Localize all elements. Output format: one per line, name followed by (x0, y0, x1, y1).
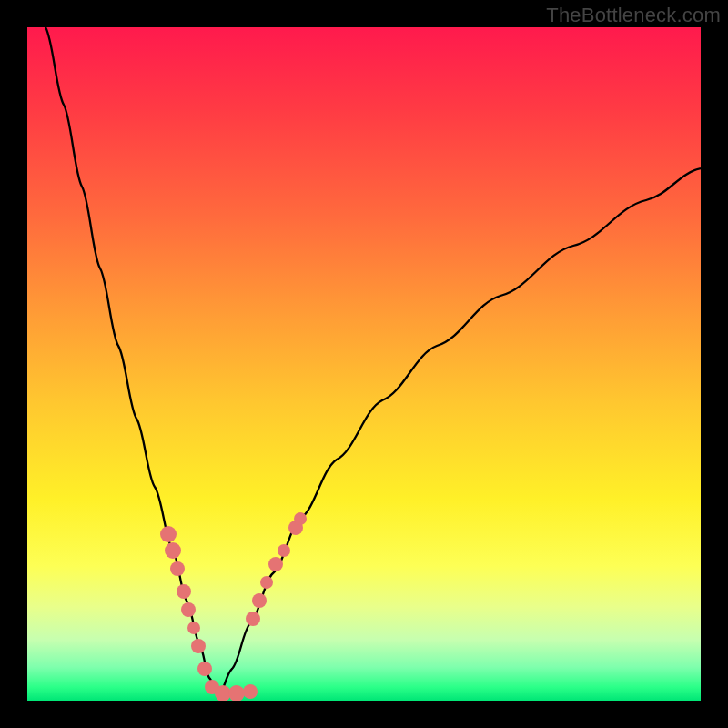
right-branch-curve (218, 168, 701, 696)
bead-dot (177, 584, 191, 599)
left-branch-curve (46, 27, 218, 696)
bead-dot (191, 639, 206, 653)
bead-group (160, 512, 307, 701)
bead-dot (187, 622, 200, 634)
bead-dot (246, 612, 260, 626)
bead-dot (243, 684, 258, 699)
chart-frame: TheBottleneck.com (0, 0, 728, 728)
bead-dot (278, 544, 290, 557)
bead-dot (228, 685, 245, 701)
bead-dot (197, 662, 212, 676)
bead-dot (160, 526, 177, 542)
bead-dot (268, 557, 283, 571)
bead-dot (165, 542, 181, 559)
bead-dot (260, 576, 273, 589)
bead-dot (181, 602, 196, 617)
watermark-text: TheBottleneck.com (546, 4, 721, 27)
bead-dot (252, 593, 267, 608)
bead-dot (170, 561, 185, 576)
bead-dot (294, 512, 307, 525)
curve-layer (27, 27, 701, 701)
plot-area (27, 27, 701, 701)
